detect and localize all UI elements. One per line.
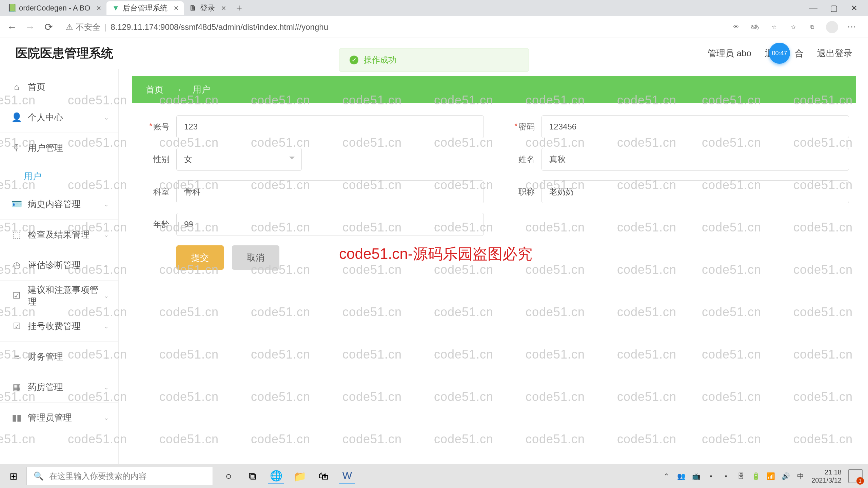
taskbar-search[interactable]: 🔍 在这里输入你要搜索的内容 [26, 467, 213, 485]
chevron-down-icon: ⌄ [104, 231, 109, 239]
wifi-icon[interactable]: 📶 [767, 472, 775, 480]
warning-icon: ⚠ [66, 22, 73, 32]
gender-select[interactable]: 女 [176, 148, 302, 171]
search-placeholder: 在这里输入你要搜索的内容 [49, 471, 147, 482]
close-icon[interactable]: × [174, 3, 178, 13]
url-text: 8.129.11.174:9008/ssmf48d5/admin/dist/in… [111, 22, 328, 32]
ime-icon[interactable]: 中 [796, 472, 805, 480]
password-label: 密码 [504, 121, 541, 132]
dept-input[interactable]: 骨科 [176, 180, 484, 203]
sidebar-item-exam[interactable]: ⬚ 检查及结果管理 ⌄ [0, 220, 118, 250]
sidebar-item-finance[interactable]: ≡ 财务管理 ⌄ [0, 342, 118, 372]
close-window-icon[interactable]: ✕ [850, 4, 859, 13]
store-icon[interactable]: 🛍 [315, 468, 332, 484]
start-button[interactable]: ⊞ [0, 464, 26, 488]
db-icon[interactable]: 🗄 [737, 472, 745, 480]
sidebar-item-user-mgmt[interactable]: 🎙 用户管理 ⌃ [0, 133, 118, 163]
tab-3[interactable]: 🗎 登录 × [184, 1, 231, 15]
term-icon[interactable]: ▪ [722, 472, 730, 480]
chevron-up-icon[interactable]: ⌃ [662, 472, 670, 480]
age-label: 年龄 [139, 219, 176, 230]
sidebar-item-user[interactable]: 用户 [0, 163, 118, 189]
password-input[interactable]: 123456 [541, 115, 849, 138]
edge-icon[interactable]: 🌐 [268, 468, 284, 484]
title-input[interactable]: 老奶奶 [541, 180, 849, 203]
tab-2[interactable]: ▼ 后台管理系统 × [106, 1, 184, 15]
sidebar-item-home[interactable]: ⌂ 首页 [0, 72, 118, 102]
battery-icon[interactable]: 🔋 [752, 472, 760, 480]
sidebar-item-label: 财务管理 [28, 351, 63, 363]
admin-label: 管理员 abo [708, 47, 751, 59]
cast-icon[interactable]: 📺 [692, 472, 700, 480]
sidebar-item-admin[interactable]: ▮▮ 管理员管理 ⌄ [0, 403, 118, 433]
cortana-icon[interactable]: ○ [220, 468, 237, 484]
close-icon[interactable]: × [96, 3, 101, 13]
minimize-icon[interactable]: — [809, 4, 818, 13]
forward-button: → [24, 21, 36, 33]
reload-button[interactable]: ⟳ [43, 21, 54, 33]
insecure-badge: ⚠ 不安全 [66, 22, 100, 33]
new-tab-button[interactable]: + [231, 2, 247, 14]
tab-favicon-icon: 📗 [8, 4, 16, 12]
gender-label: 性别 [139, 154, 176, 165]
page-favicon-icon: 🗎 [189, 4, 197, 12]
people-icon[interactable]: 👥 [677, 472, 685, 480]
sidebar-item-label: 用户管理 [28, 142, 63, 154]
chevron-down-icon: ⌄ [104, 201, 109, 208]
collections-icon[interactable]: ⧉ [807, 22, 817, 32]
url-field[interactable]: ⚠ 不安全 | 8.129.11.174:9008/ssmf48d5/admin… [61, 22, 719, 33]
chevron-right-icon: → [174, 84, 182, 95]
cancel-button[interactable]: 取消 [232, 245, 279, 270]
check-icon: ☑ [12, 291, 21, 300]
check-icon: ✓ [350, 56, 358, 64]
back-button[interactable]: ← [6, 21, 18, 33]
reader-icon[interactable]: 👁 [731, 22, 741, 32]
account-input[interactable]: 123 [176, 115, 484, 138]
taskview-icon[interactable]: ⧉ [244, 468, 260, 484]
favorites-bar-icon[interactable]: ✩ [788, 22, 798, 32]
title-label: 职称 [504, 186, 541, 197]
taskbar-clock[interactable]: 21:18 2021/3/12 [811, 468, 842, 484]
id-icon: 🪪 [12, 200, 21, 209]
submit-button[interactable]: 提交 [176, 245, 224, 270]
volume-icon[interactable]: 🔊 [782, 472, 790, 480]
sidebar-item-label: 个人中心 [28, 111, 63, 123]
sidebar-item-label: 用户 [24, 170, 41, 182]
maximize-icon[interactable]: ▢ [829, 4, 838, 13]
sidebar-item-profile[interactable]: 👤 个人中心 ⌄ [0, 102, 118, 133]
chevron-down-icon: ⌄ [104, 292, 109, 300]
translate-icon[interactable]: aあ [750, 22, 760, 32]
favorite-icon[interactable]: ☆ [769, 22, 779, 32]
sidebar-item-label: 挂号收费管理 [28, 320, 81, 332]
sidebar-item-history[interactable]: 🪪 病史内容管理 ⌄ [0, 189, 118, 220]
name-input[interactable]: 真秋 [541, 148, 849, 171]
breadcrumb-current: 用户 [193, 84, 210, 96]
more-icon[interactable]: ⋯ [847, 22, 857, 32]
profile-avatar-icon[interactable] [826, 21, 838, 33]
chevron-up-icon: ⌃ [104, 144, 109, 152]
logout-link[interactable]: 退出登录 [817, 47, 852, 59]
sidebar-item-advice[interactable]: ☑ 建议和注意事项管理 ⌄ [0, 281, 118, 311]
address-bar: ← → ⟳ ⚠ 不安全 | 8.129.11.174:9008/ssmf48d5… [0, 16, 868, 38]
close-icon[interactable]: × [221, 3, 226, 13]
sidebar-item-label: 药房管理 [28, 381, 63, 393]
tab-1[interactable]: 📗 orderCodegen - A BO × [3, 1, 106, 15]
sidebar-item-register[interactable]: ☑ 挂号收费管理 ⌄ [0, 311, 118, 342]
account-label: 账号 [139, 121, 176, 132]
chevron-down-icon: ⌄ [104, 262, 109, 269]
chevron-down-icon: ⌄ [104, 384, 109, 391]
breadcrumb: 首页 → 用户 [132, 76, 856, 103]
sidebar-item-pharmacy[interactable]: ▦ 药房管理 ⌄ [0, 372, 118, 403]
explorer-icon[interactable]: 📁 [292, 468, 308, 484]
chevron-down-icon: ⌄ [104, 114, 109, 121]
word-icon[interactable]: W [339, 468, 355, 484]
address-actions: 👁 aあ ☆ ✩ ⧉ ⋯ [726, 21, 862, 33]
sidebar-item-label: 检查及结果管理 [28, 229, 90, 241]
sidebar-item-diagnosis[interactable]: ◷ 评估诊断管理 ⌄ [0, 250, 118, 281]
dev-icon[interactable]: ▪ [707, 472, 715, 480]
tab-title: orderCodegen - A BO [19, 4, 90, 13]
notification-icon[interactable] [848, 469, 863, 483]
toast-text: 操作成功 [364, 55, 396, 65]
age-input[interactable]: 99 [176, 213, 484, 236]
breadcrumb-home[interactable]: 首页 [146, 84, 163, 96]
